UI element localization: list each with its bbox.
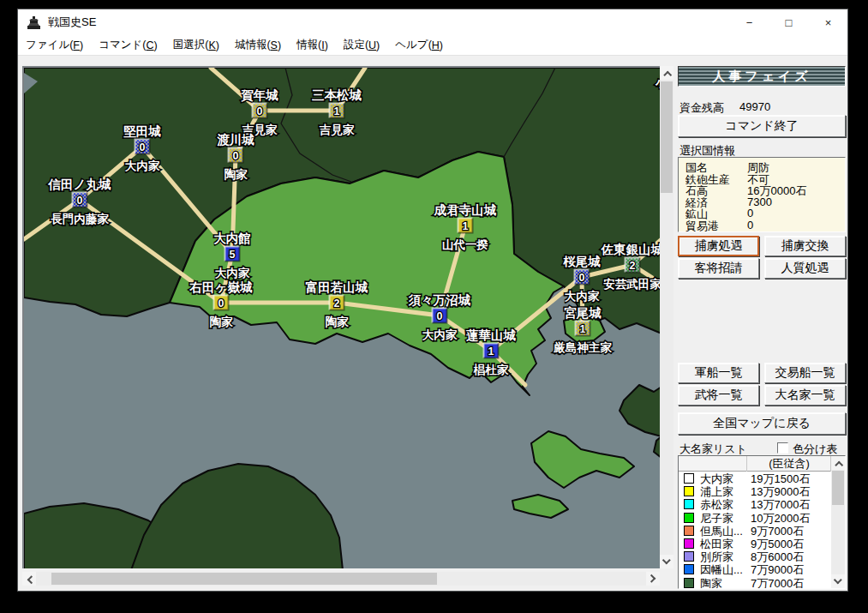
title-bar: 戦国史SE − □ × [18, 9, 847, 35]
daimyo-row[interactable]: 大内家19万1500石 [679, 472, 831, 485]
clan-koku: 7万7000石 [751, 577, 804, 590]
info-value: 0 [747, 219, 753, 231]
scroll-up-button[interactable] [831, 456, 845, 470]
list_buttons-button-0[interactable]: 軍船一覧 [678, 363, 759, 383]
app-icon [27, 16, 41, 29]
scroll-down-button[interactable] [831, 574, 845, 588]
phase-header: 人事フェイズ [678, 66, 846, 87]
daimyo-row[interactable]: 別所家8万6000石 [679, 550, 831, 563]
castle-clan: 椙杜家 [473, 364, 509, 376]
clan-color-swatch [684, 473, 694, 484]
menu-item-c[interactable]: コマンド(C) [91, 35, 165, 55]
clan-name: 松田家 [700, 538, 733, 550]
castle-value: 0 [140, 141, 146, 153]
castle-value: 1 [580, 323, 586, 335]
castle-name: 蓮華山城 [466, 328, 517, 342]
menu-item-i[interactable]: 情報(I) [289, 35, 336, 55]
clan-koku: 8万6000石 [751, 550, 804, 563]
daimyo-row[interactable]: 松田家9万5000石 [679, 538, 831, 550]
clan-koku: 9万5000石 [751, 538, 804, 550]
clan-koku: 13万7000石 [751, 498, 810, 511]
daimyo-listview[interactable]: (臣従含) 大内家19万1500石浦上家13万9000石赤松家13万7000石尼… [678, 455, 846, 589]
castle-value: 1 [334, 105, 340, 117]
castle-value: 0 [257, 105, 263, 117]
castle-clan: 安芸武田家 [603, 278, 660, 291]
daimyo-header-color-column [679, 456, 747, 472]
clan-koku: 19万1500石 [751, 472, 810, 485]
back-to-national-map-button[interactable]: 全国マップに戻る [678, 412, 846, 435]
menu-item-s[interactable]: 城情報(S) [227, 35, 289, 55]
castle-clan: 山代一揆 [442, 238, 489, 251]
daimyo-row[interactable]: 尼子家10万2000石 [679, 512, 831, 525]
castle-clan: 大内家 [125, 159, 160, 172]
clan-color-swatch [684, 551, 694, 562]
action_buttons-button-3[interactable]: 人質処遇 [764, 258, 846, 279]
daimyo-row[interactable]: 浦上家13万9000石 [679, 485, 831, 498]
castle-value: 2 [630, 260, 636, 272]
clan-name: 別所家 [700, 550, 733, 563]
castle-name: 桜尾城 [562, 255, 601, 268]
map-viewport[interactable]: 堅田城0大内家賀年城0吉見家三本松城1吉見家渡川城0陶家信田ノ丸城0長門内藤家大… [22, 66, 660, 568]
map-vertical-scrollbar[interactable] [660, 66, 673, 568]
castle-name: 堅田城 [123, 124, 161, 138]
menu-bar: ファイル(F)コマンド(C)国選択(K)城情報(S)情報(I)設定(U)ヘルプ(… [18, 35, 847, 56]
scroll-thumb[interactable] [661, 81, 673, 193]
minimize-button[interactable]: − [730, 9, 769, 35]
daimyo-list-header: (臣従含) [679, 456, 831, 472]
castle-value: 2 [334, 297, 340, 310]
menu-item-f[interactable]: ファイル(F) [18, 35, 91, 55]
end-command-button[interactable]: コマンド終了 [678, 115, 846, 137]
list_buttons-button-2[interactable]: 武将一覧 [678, 385, 759, 406]
funds-label: 資金残高 [679, 100, 724, 116]
country-info-row: 鉱山0 [685, 207, 845, 219]
scroll-right-button[interactable] [646, 572, 660, 586]
action_buttons-button-2[interactable]: 客将招請 [678, 258, 759, 279]
menu-item-u[interactable]: 設定(U) [336, 35, 387, 55]
scroll-thumb[interactable] [832, 471, 844, 505]
castle-value: 0 [218, 297, 224, 310]
clan-koku: 7万9000石 [751, 563, 804, 576]
castle-clan: 大内家 [565, 290, 600, 303]
list_buttons-button-1[interactable]: 交易船一覧 [764, 363, 846, 383]
scroll-down-button[interactable] [660, 555, 673, 568]
castle-clan: 陶家 [326, 316, 350, 328]
castle-clan: 大内家 [215, 267, 250, 279]
castle-name: 佐東銀山城 [601, 243, 660, 256]
action_buttons-button-1[interactable]: 捕虜交換 [764, 236, 846, 256]
daimyo-row[interactable]: 赤松家13万7000石 [679, 498, 831, 511]
castle-name: 信田ノ丸城 [48, 177, 111, 191]
funds-value: 49970 [739, 100, 770, 113]
castle-name: 渡川城 [217, 133, 254, 147]
scroll-up-button[interactable] [660, 66, 673, 80]
clan-name: 赤松家 [700, 498, 733, 511]
castle-clan: 厳島神主家 [553, 341, 612, 354]
clan-color-swatch [684, 538, 694, 549]
clan-color-swatch [684, 486, 694, 496]
window-title: 戦国史SE [48, 15, 96, 30]
scroll-left-button[interactable] [22, 572, 36, 586]
close-button[interactable]: × [809, 9, 847, 35]
country-info-row: 貿易港0 [685, 219, 845, 231]
country-info-row: 国名周防 [685, 160, 845, 172]
clan-name: 陶家 [700, 577, 722, 590]
maximize-button[interactable]: □ [769, 9, 808, 35]
daimyo-row[interactable]: 陶家7万7000石 [679, 577, 831, 590]
color-display-checkbox[interactable] [777, 442, 788, 454]
menu-item-h[interactable]: ヘルプ(H) [387, 35, 451, 55]
country-info-row: 石高16万0000石 [685, 183, 845, 195]
scroll-thumb[interactable] [51, 573, 437, 585]
clan-name: 大内家 [700, 472, 733, 485]
clan-koku: 9万7000石 [751, 525, 804, 538]
map-horizontal-scrollbar[interactable] [22, 572, 660, 586]
daimyo-row[interactable]: 因幡山...7万9000石 [679, 563, 831, 576]
daimyo-row[interactable]: 但馬山...9万7000石 [679, 525, 831, 538]
daimyo-header-koku-column: (臣従含) [748, 456, 831, 472]
country-info-row: 鉄砲生産不可 [685, 172, 845, 184]
clan-koku: 10万2000石 [751, 512, 810, 525]
list_buttons-button-3[interactable]: 大名家一覧 [764, 385, 846, 406]
action_buttons-button-0[interactable]: 捕虜処遇 [678, 236, 759, 256]
country-info-row: 経済7300 [685, 195, 845, 207]
castle-value: 0 [233, 150, 239, 162]
list-vertical-scrollbar[interactable] [831, 456, 845, 588]
menu-item-k[interactable]: 国選択(K) [165, 35, 227, 55]
